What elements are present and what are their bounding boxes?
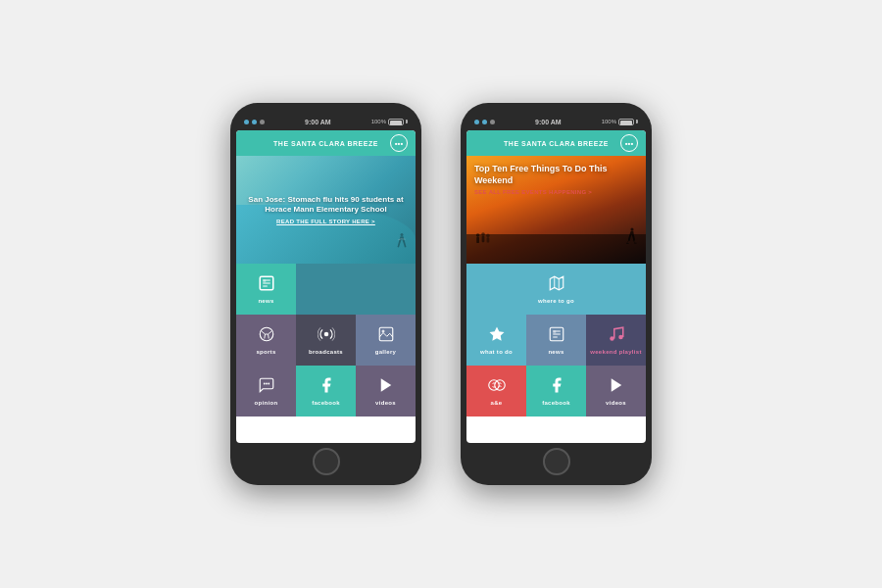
signal-dot-1 bbox=[244, 120, 249, 124]
facebook-icon bbox=[548, 376, 565, 397]
phone2-grid-news[interactable]: news bbox=[526, 315, 586, 366]
svg-point-24 bbox=[476, 233, 480, 237]
svg-rect-25 bbox=[476, 237, 479, 243]
phone1-grid: news sports broadcasts ga bbox=[236, 264, 416, 443]
phone2-home-button[interactable] bbox=[543, 448, 570, 475]
phone2-weekend-label: weekend playlist bbox=[590, 349, 642, 355]
svg-line-11 bbox=[268, 334, 269, 339]
svg-line-21 bbox=[633, 241, 635, 243]
phone-1: 9:00 AM 100% THE SANTA CLARA BREEZE ••• bbox=[230, 103, 421, 485]
phone2-grid-weekend-playlist[interactable]: weekend playlist bbox=[586, 315, 646, 366]
phone2-facebook-label: facebook bbox=[542, 400, 570, 406]
newspaper-icon bbox=[548, 325, 565, 346]
phone2-hero-headline: Top Ten Free Things To Do This Weekend bbox=[474, 164, 638, 186]
phone2-screen: THE SANTA CLARA BREEZE ••• bbox=[466, 130, 646, 443]
phone1-news-label: news bbox=[258, 298, 273, 304]
phone1-time: 9:00 AM bbox=[305, 119, 331, 125]
signal-dot-2 bbox=[482, 120, 487, 124]
svg-line-10 bbox=[264, 334, 265, 339]
svg-rect-23 bbox=[634, 243, 637, 244]
svg-point-40 bbox=[488, 380, 499, 391]
phone2-grid-facebook[interactable]: facebook bbox=[526, 366, 586, 416]
phone2-hero-bg: Top Ten Free Things To Do This Weekend S… bbox=[466, 156, 646, 264]
svg-marker-32 bbox=[489, 327, 504, 341]
svg-line-7 bbox=[261, 331, 265, 334]
phone-2: 9:00 AM 100% THE SANTA CLARA BREEZE ••• bbox=[461, 103, 652, 485]
svg-point-17 bbox=[268, 383, 270, 385]
phone2-grid-ae[interactable]: a&e bbox=[466, 366, 526, 416]
battery-nub bbox=[406, 120, 408, 123]
battery-percent: 100% bbox=[371, 119, 386, 124]
phone1-menu-button[interactable]: ••• bbox=[390, 134, 408, 152]
phone1-gallery-label: gallery bbox=[375, 349, 396, 355]
phone1-battery: 100% bbox=[371, 119, 408, 125]
svg-point-16 bbox=[266, 383, 268, 385]
phone2-grid-videos[interactable]: videos bbox=[586, 366, 646, 416]
battery-bar bbox=[388, 119, 404, 125]
battery-nub bbox=[636, 120, 638, 123]
phone1-screen: THE SANTA CLARA BREEZE ••• San Jose: Sto… bbox=[236, 130, 416, 443]
phone1-home-button[interactable] bbox=[313, 448, 340, 475]
phone1-grid-news[interactable]: news bbox=[236, 264, 296, 315]
phone1-facebook-label: facebook bbox=[312, 400, 340, 406]
map-icon bbox=[548, 274, 565, 295]
phone2-news-label: news bbox=[548, 349, 564, 355]
svg-point-15 bbox=[263, 383, 265, 385]
phone2-time: 9:00 AM bbox=[535, 119, 562, 125]
signal-dot-3 bbox=[260, 120, 265, 124]
phone1-hero-ext bbox=[296, 264, 416, 315]
svg-rect-22 bbox=[626, 243, 629, 244]
gallery-icon bbox=[377, 325, 395, 346]
phone1-grid-broadcasts[interactable]: broadcasts bbox=[296, 315, 356, 366]
svg-point-14 bbox=[381, 330, 384, 333]
phone2-grid-whattodo[interactable]: what to do bbox=[466, 315, 526, 366]
phone2-battery: 100% bbox=[602, 119, 638, 125]
signal-dot-3 bbox=[490, 120, 495, 124]
svg-line-20 bbox=[627, 241, 628, 243]
newspaper-icon bbox=[258, 274, 275, 295]
battery-bar bbox=[618, 119, 634, 125]
battery-fill bbox=[390, 121, 402, 125]
phone1-broadcasts-label: broadcasts bbox=[309, 349, 343, 355]
theater-icon bbox=[488, 376, 506, 397]
svg-point-39 bbox=[618, 335, 623, 340]
phone2-app-header: THE SANTA CLARA BREEZE ••• bbox=[466, 130, 646, 156]
sports-icon bbox=[258, 325, 275, 346]
phone2-hero: Top Ten Free Things To Do This Weekend S… bbox=[466, 156, 646, 264]
music-icon bbox=[608, 325, 625, 346]
battery-fill bbox=[620, 121, 632, 125]
phone1-opinion-label: opinion bbox=[255, 400, 278, 406]
phone2-menu-button[interactable]: ••• bbox=[620, 134, 638, 152]
svg-point-19 bbox=[630, 228, 633, 231]
video-icon bbox=[377, 376, 395, 397]
phone1-hero-cta[interactable]: READ THE FULL STORY HERE > bbox=[276, 219, 375, 224]
phone1-app-header: THE SANTA CLARA BREEZE ••• bbox=[236, 130, 416, 156]
phone2-hero-cta[interactable]: SEE ALL FREE EVENTS HAPPENING > bbox=[474, 189, 638, 195]
phone1-grid-videos[interactable]: videos bbox=[356, 366, 416, 416]
opinion-icon bbox=[258, 376, 275, 397]
phone1-status-bar: 9:00 AM 100% bbox=[236, 113, 416, 130]
video-icon bbox=[608, 376, 625, 397]
signal-dot-1 bbox=[474, 120, 479, 124]
phone1-grid-sports[interactable]: sports bbox=[236, 315, 296, 366]
phone1-app-title: THE SANTA CLARA BREEZE bbox=[262, 140, 390, 147]
phone1-sports-label: sports bbox=[256, 349, 275, 355]
svg-point-26 bbox=[481, 232, 485, 236]
phone1-grid-opinion[interactable]: opinion bbox=[236, 366, 296, 416]
phone2-videos-label: videos bbox=[606, 400, 626, 406]
phone1-grid-gallery[interactable]: gallery bbox=[356, 315, 416, 366]
phone2-grid: where to go what to do news weekend pla bbox=[466, 264, 646, 443]
phone2-status-bar: 9:00 AM 100% bbox=[466, 113, 646, 130]
phone2-app-title: THE SANTA CLARA BREEZE bbox=[492, 140, 620, 147]
phone1-signal-dots bbox=[244, 120, 265, 124]
phone2-grid-wheretogo[interactable]: where to go bbox=[466, 264, 646, 315]
svg-rect-29 bbox=[487, 237, 490, 242]
phone2-ae-label: a&e bbox=[491, 400, 503, 406]
phone1-grid-facebook[interactable]: facebook bbox=[296, 366, 356, 416]
svg-marker-42 bbox=[611, 378, 621, 392]
battery-percent: 100% bbox=[602, 119, 616, 124]
phone1-videos-label: videos bbox=[375, 400, 396, 406]
phone1-hero-headline: San Jose: Stomach flu hits 90 students a… bbox=[246, 195, 406, 216]
crowd-silhouettes bbox=[474, 230, 492, 252]
skater-silhouette bbox=[623, 227, 641, 249]
